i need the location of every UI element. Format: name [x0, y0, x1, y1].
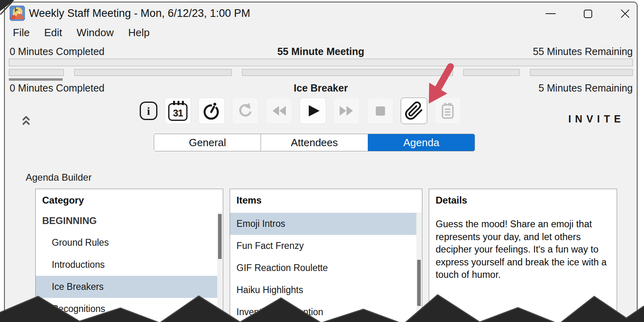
playback-toolbar: i 31: [140, 97, 461, 124]
segment-remaining-label: 5 Minutes Remaining: [538, 82, 633, 94]
category-header: Category: [36, 189, 223, 206]
fast-forward-button: [333, 98, 360, 124]
item-gif-reaction-roulette[interactable]: GIF Reaction Roulette: [230, 257, 422, 279]
details-header: Details: [429, 189, 617, 206]
details-panel: Details Guess the mood! Share an emoji t…: [429, 189, 617, 322]
item-haiku-highlights[interactable]: Haiku Highlights: [230, 279, 422, 301]
category-panel: Category BEGINNING Ground Rules Introduc…: [35, 189, 223, 322]
segment-bar-5: [530, 69, 633, 76]
menu-item-help[interactable]: Help: [128, 26, 149, 39]
play-icon: [304, 102, 322, 120]
fast-forward-icon: [337, 102, 356, 120]
reset-icon: [236, 102, 255, 120]
items-panel: Items Emoji Intros Fun Fact Frenzy GIF R…: [230, 189, 422, 322]
tab-agenda[interactable]: Agenda: [368, 134, 475, 151]
category-item-introductions[interactable]: Introductions: [36, 254, 223, 276]
paperclip-button[interactable]: [401, 98, 427, 124]
minimize-button[interactable]: [541, 5, 560, 22]
category-item-recognitions[interactable]: Recognitions: [36, 298, 223, 320]
tab-general[interactable]: General: [154, 134, 261, 151]
details-text: Guess the mood! Share an emoji that repr…: [436, 218, 611, 281]
category-list: BEGINNING Ground Rules Introductions Ice…: [36, 210, 223, 320]
reset-button: [232, 98, 259, 124]
items-scrollbar-thumb[interactable]: [417, 260, 421, 306]
category-item-ice-breakers[interactable]: Ice Breakers: [36, 276, 217, 298]
maximize-icon: [584, 10, 592, 18]
category-scrollbar[interactable]: [217, 212, 222, 322]
window-title: Weekly Staff Meeting - Mon, 6/12/23, 1:0…: [29, 7, 250, 20]
stop-button: [367, 98, 393, 124]
menu-item-file[interactable]: File: [13, 26, 30, 39]
item-invention-convention[interactable]: Invention Convention: [230, 301, 422, 322]
play-button[interactable]: [300, 98, 326, 124]
category-item-ground-rules[interactable]: Ground Rules: [36, 232, 223, 254]
segment-bar-4: [463, 69, 520, 76]
item-emoji-intros[interactable]: Emoji Intros: [230, 213, 416, 235]
items-scrollbar[interactable]: [416, 212, 422, 322]
segment-bar-2: [74, 69, 232, 76]
segment-bar-1: [9, 69, 64, 76]
overall-remaining-label: 55 Minutes Remaining: [533, 46, 633, 57]
rewind-icon: [270, 102, 288, 120]
invite-button[interactable]: INVITE: [568, 113, 625, 125]
item-fun-fact-frenzy[interactable]: Fun Fact Frenzy: [230, 235, 422, 257]
tab-attendees[interactable]: Attendees: [261, 134, 367, 151]
agenda-builder-title: Agenda Builder: [26, 172, 92, 183]
rewind-button: [266, 98, 292, 124]
calendar-icon: 31: [168, 103, 187, 121]
menu-bar: File Edit Window Help: [13, 26, 150, 39]
agenda-segment-bars: [9, 69, 633, 76]
maximize-button[interactable]: [579, 5, 597, 22]
minimize-icon: [546, 13, 556, 14]
notes-button: [434, 98, 461, 124]
close-icon: [620, 8, 631, 19]
app-window: Weekly Staff Meeting - Mon, 6/12/23, 1:0…: [4, 2, 638, 322]
category-group-beginning: BEGINNING: [36, 210, 223, 232]
timer-button[interactable]: [198, 98, 225, 124]
stop-icon: [371, 102, 389, 120]
items-list: Emoji Intros Fun Fact Frenzy GIF Reactio…: [230, 213, 422, 322]
items-header: Items: [230, 189, 422, 206]
menu-item-window[interactable]: Window: [77, 26, 114, 39]
collapse-chevron-icon[interactable]: [21, 114, 31, 126]
info-icon[interactable]: i: [140, 102, 157, 120]
active-segment-underline: [9, 78, 63, 81]
tab-bar: General Attendees Agenda: [154, 134, 475, 151]
overall-progress-bar: [9, 59, 633, 66]
segment-bar-3: [242, 69, 452, 76]
paperclip-icon: [404, 101, 424, 120]
category-scrollbar-thumb[interactable]: [218, 214, 222, 259]
menu-item-edit[interactable]: Edit: [44, 26, 62, 39]
app-icon: [10, 6, 25, 21]
close-button[interactable]: [616, 5, 634, 22]
notes-icon: [438, 101, 457, 120]
calendar-button[interactable]: 31: [165, 98, 191, 124]
title-bar: Weekly Staff Meeting - Mon, 6/12/23, 1:0…: [5, 2, 637, 24]
timer-icon: [202, 101, 221, 120]
